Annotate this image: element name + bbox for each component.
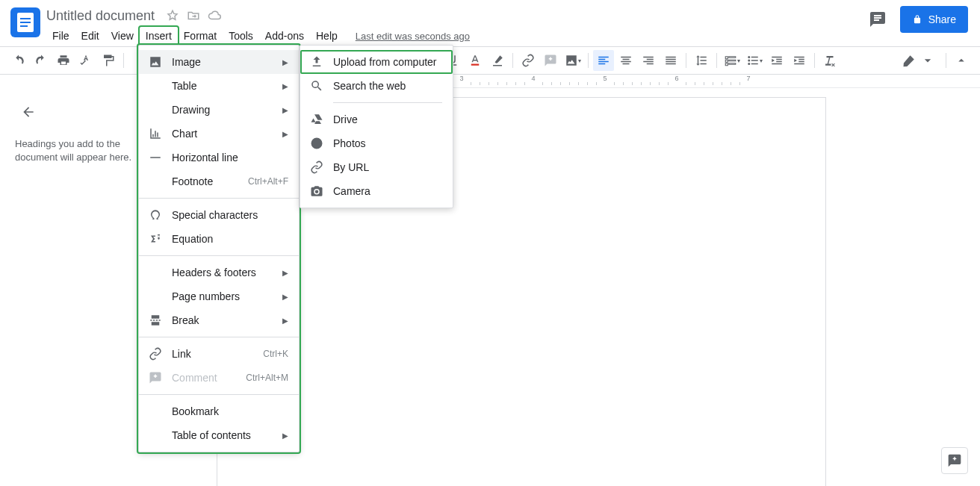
- svg-rect-0: [471, 64, 480, 66]
- outline-hint: Headings you add to the document will ap…: [15, 137, 157, 164]
- omega-icon: [148, 208, 163, 222]
- shortcut: Ctrl+Alt+M: [246, 373, 288, 383]
- image-drive[interactable]: Drive: [300, 108, 453, 131]
- comment-icon: [148, 370, 163, 385]
- drive-icon: [309, 112, 324, 127]
- label: Bookmark: [172, 405, 288, 417]
- insert-drawing[interactable]: Drawing▶: [139, 98, 299, 122]
- label: Upload from computer: [333, 56, 442, 68]
- menu-file[interactable]: File: [46, 27, 75, 45]
- spellcheck-button[interactable]: [75, 50, 96, 71]
- submenu-arrow-icon: ▶: [282, 130, 288, 138]
- image-photos[interactable]: Photos: [300, 131, 453, 155]
- image-upload-from-computer[interactable]: Upload from computer: [300, 50, 453, 74]
- insert-table[interactable]: Table▶: [139, 74, 299, 98]
- image-camera[interactable]: Camera: [300, 179, 453, 203]
- bulleted-list-button[interactable]: ▾: [744, 50, 765, 71]
- insert-link[interactable]: Link Ctrl+K: [139, 342, 299, 366]
- align-justify-button[interactable]: [660, 50, 681, 71]
- upload-icon: [309, 54, 324, 69]
- camera-icon: [309, 184, 324, 199]
- insert-horizontal-line[interactable]: Horizontal line: [139, 146, 299, 169]
- insert-image[interactable]: Image ▶: [139, 50, 299, 74]
- svg-rect-4: [150, 157, 161, 158]
- line-spacing-button[interactable]: [691, 50, 712, 71]
- image-icon: [148, 54, 163, 69]
- label: Page numbers: [172, 290, 282, 302]
- decrease-indent-button[interactable]: [766, 50, 787, 71]
- text-color-button[interactable]: [465, 50, 486, 71]
- menu-format[interactable]: Format: [178, 27, 223, 45]
- label: Photos: [333, 137, 442, 149]
- submenu-arrow-icon: ▶: [282, 317, 288, 325]
- menu-help[interactable]: Help: [310, 27, 344, 45]
- label: By URL: [333, 161, 442, 173]
- insert-special-characters[interactable]: Special characters: [139, 203, 299, 227]
- insert-headers-footers[interactable]: Headers & footers▶: [139, 261, 299, 284]
- document-name[interactable]: Untitled document: [46, 8, 155, 24]
- cloud-status-icon[interactable]: [208, 9, 221, 22]
- menu-insert[interactable]: Insert: [140, 27, 178, 45]
- explore-button[interactable]: [941, 447, 968, 474]
- move-icon[interactable]: [187, 9, 200, 22]
- image-by-url[interactable]: By URL: [300, 155, 453, 179]
- menu-addons[interactable]: Add-ons: [259, 27, 310, 45]
- paint-format-button[interactable]: [98, 50, 119, 71]
- equation-icon: [148, 231, 163, 246]
- horizontal-line-icon: [148, 150, 163, 165]
- menu-tools[interactable]: Tools: [223, 27, 259, 45]
- insert-bookmark[interactable]: Bookmark: [139, 399, 299, 423]
- insert-break[interactable]: Break▶: [139, 308, 299, 332]
- outline-collapse-icon[interactable]: [19, 103, 37, 121]
- insert-menu: Image ▶ Table▶ Drawing▶ Chart▶ Horizonta…: [138, 45, 300, 452]
- insert-image-button[interactable]: ▾: [562, 50, 583, 71]
- label: Equation: [172, 233, 288, 245]
- checklist-button[interactable]: ▾: [722, 50, 742, 71]
- image-search-web[interactable]: Search the web: [300, 74, 453, 98]
- page-break-icon: [148, 313, 163, 328]
- insert-equation[interactable]: Equation: [139, 227, 299, 251]
- editing-mode-button[interactable]: [896, 50, 942, 71]
- submenu-arrow-icon: ▶: [282, 58, 288, 66]
- star-icon[interactable]: [166, 9, 179, 22]
- label: Camera: [333, 185, 442, 197]
- insert-table-of-contents[interactable]: Table of contents▶: [139, 423, 299, 447]
- highlight-color-button[interactable]: [487, 50, 508, 71]
- redo-button[interactable]: [31, 50, 52, 71]
- link-icon: [148, 346, 163, 361]
- insert-page-numbers[interactable]: Page numbers▶: [139, 284, 299, 308]
- label: Headers & footers: [172, 267, 282, 278]
- insert-comment: Comment Ctrl+Alt+M: [139, 366, 299, 390]
- align-center-button[interactable]: [615, 50, 636, 71]
- insert-link-button[interactable]: [518, 50, 539, 71]
- last-edit-link[interactable]: Last edit was seconds ago: [356, 31, 470, 42]
- increase-indent-button[interactable]: [789, 50, 810, 71]
- label: Table: [172, 80, 282, 92]
- label: Drawing: [172, 104, 282, 116]
- photos-icon: [309, 136, 324, 151]
- menu-edit[interactable]: Edit: [75, 27, 105, 45]
- clear-formatting-button[interactable]: [819, 50, 840, 71]
- menu-view[interactable]: View: [105, 27, 140, 45]
- add-comment-button[interactable]: [540, 50, 561, 71]
- undo-button[interactable]: [8, 50, 29, 71]
- docs-logo-icon[interactable]: [10, 7, 40, 37]
- open-comments-icon[interactable]: [864, 6, 891, 33]
- insert-footnote[interactable]: Footnote Ctrl+Alt+F: [139, 169, 299, 193]
- link-icon: [309, 160, 324, 175]
- shortcut: Ctrl+K: [263, 349, 288, 359]
- collapse-toolbar-button[interactable]: [951, 50, 972, 71]
- label: Chart: [172, 128, 282, 140]
- align-right-button[interactable]: [638, 50, 659, 71]
- label: Drive: [333, 113, 442, 125]
- insert-chart[interactable]: Chart▶: [139, 122, 299, 146]
- share-button[interactable]: Share: [900, 6, 968, 33]
- align-left-button[interactable]: [593, 50, 614, 71]
- label: Link: [172, 348, 263, 360]
- submenu-arrow-icon: ▶: [282, 293, 288, 301]
- print-button[interactable]: [53, 50, 74, 71]
- submenu-arrow-icon: ▶: [282, 82, 288, 90]
- label: Table of contents: [172, 429, 282, 441]
- svg-point-2: [748, 60, 750, 62]
- titlebar: Untitled document File Edit View Insert …: [0, 0, 980, 46]
